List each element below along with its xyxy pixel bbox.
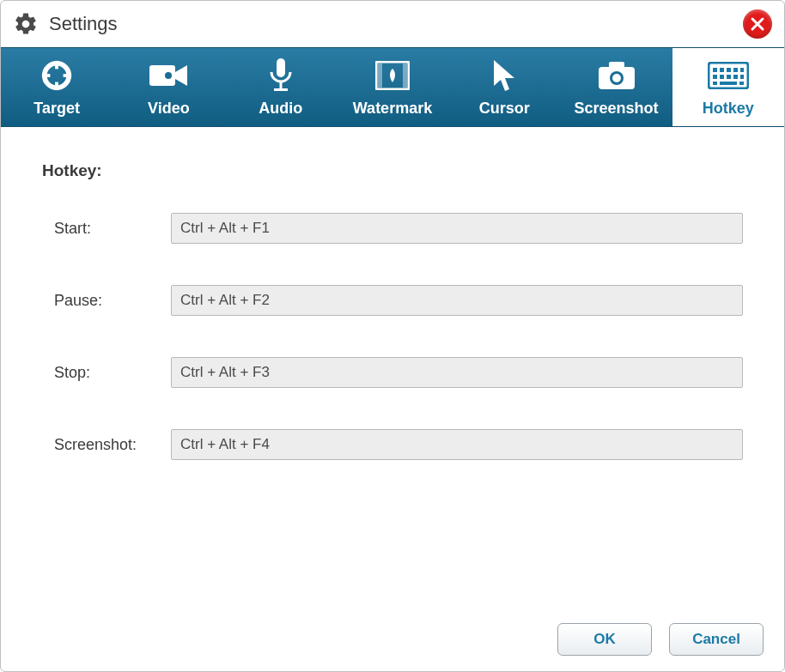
target-icon: [40, 58, 73, 93]
svg-rect-24: [740, 68, 744, 72]
tab-video[interactable]: Video: [113, 48, 224, 126]
tab-bar: Target Video Audio: [1, 47, 784, 127]
svg-point-7: [165, 72, 172, 79]
svg-rect-10: [274, 88, 288, 91]
svg-rect-30: [713, 82, 717, 85]
svg-rect-8: [277, 58, 285, 77]
tab-watermark[interactable]: Watermark: [337, 48, 448, 126]
keyboard-icon: [708, 58, 749, 93]
watermark-icon: [375, 58, 410, 93]
hotkey-input-screenshot[interactable]: [171, 429, 743, 460]
svg-rect-29: [740, 75, 744, 79]
svg-rect-32: [739, 82, 744, 85]
svg-rect-23: [733, 68, 738, 72]
camera-icon: [599, 58, 635, 93]
svg-rect-13: [403, 64, 407, 88]
close-icon: [750, 16, 765, 32]
svg-rect-12: [378, 64, 382, 88]
tab-label: Hotkey: [703, 100, 754, 118]
titlebar: Settings: [1, 1, 784, 47]
cancel-button[interactable]: Cancel: [669, 623, 764, 656]
svg-point-18: [612, 74, 621, 82]
svg-rect-28: [733, 75, 738, 79]
svg-rect-22: [727, 68, 731, 72]
section-title: Hotkey:: [42, 161, 743, 180]
tab-cursor[interactable]: Cursor: [448, 48, 560, 126]
hotkey-row-screenshot: Screenshot:: [42, 429, 743, 460]
svg-rect-26: [720, 75, 724, 79]
tab-audio[interactable]: Audio: [225, 48, 337, 126]
hotkey-panel: Hotkey: Start: Pause: Stop: Screenshot:: [1, 127, 784, 623]
footer: OK Cancel: [1, 623, 784, 671]
hotkey-input-pause[interactable]: [171, 285, 743, 316]
settings-window: Settings Target: [0, 0, 785, 672]
video-camera-icon: [149, 58, 187, 93]
tab-label: Audio: [259, 100, 302, 118]
tab-label: Video: [148, 100, 190, 118]
hotkey-label-screenshot: Screenshot:: [42, 436, 171, 454]
svg-rect-9: [279, 82, 282, 88]
tab-label: Screenshot: [575, 100, 659, 118]
svg-rect-3: [42, 74, 51, 77]
svg-rect-20: [713, 68, 717, 72]
ok-button[interactable]: OK: [557, 623, 652, 656]
svg-rect-2: [55, 82, 58, 91]
tab-label: Watermark: [353, 100, 432, 118]
svg-rect-4: [64, 74, 72, 77]
tab-target[interactable]: Target: [1, 48, 113, 126]
svg-marker-6: [175, 65, 187, 86]
tab-label: Target: [33, 100, 80, 118]
tab-hotkey[interactable]: Hotkey: [672, 48, 784, 126]
svg-rect-16: [609, 62, 624, 69]
close-button[interactable]: [743, 9, 772, 39]
microphone-icon: [268, 58, 294, 93]
svg-rect-31: [720, 82, 737, 85]
svg-rect-25: [713, 75, 717, 79]
svg-rect-21: [720, 68, 724, 72]
hotkey-input-start[interactable]: [171, 213, 743, 244]
svg-rect-27: [727, 75, 731, 79]
hotkey-row-pause: Pause:: [42, 285, 743, 316]
tab-label: Cursor: [479, 100, 530, 118]
window-title: Settings: [49, 13, 118, 35]
hotkey-row-start: Start:: [42, 213, 743, 244]
svg-marker-14: [494, 60, 514, 91]
hotkey-label-pause: Pause:: [42, 292, 171, 310]
tab-screenshot[interactable]: Screenshot: [560, 48, 672, 126]
hotkey-label-stop: Stop:: [42, 364, 171, 382]
hotkey-label-start: Start:: [42, 220, 171, 238]
hotkey-input-stop[interactable]: [171, 357, 743, 388]
svg-rect-1: [55, 61, 58, 70]
cursor-icon: [492, 58, 516, 93]
gear-icon: [13, 11, 39, 37]
hotkey-row-stop: Stop:: [42, 357, 743, 388]
